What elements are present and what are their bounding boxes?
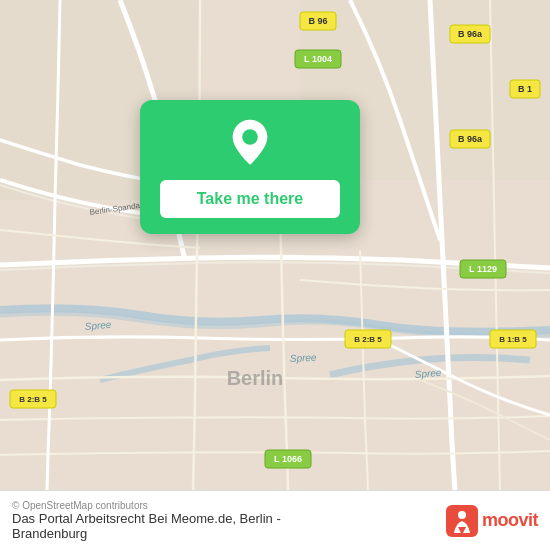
svg-text:Spree: Spree <box>290 352 318 364</box>
moovit-brand-icon <box>446 505 478 537</box>
location-card: Take me there <box>140 100 360 234</box>
svg-text:Spree: Spree <box>84 319 112 332</box>
location-pin-icon <box>224 118 276 170</box>
moovit-logo: moovit <box>446 505 538 537</box>
map-container: B 96 B 96a B 96a L 1004 L 1129 B 2:B 5 B… <box>0 0 550 490</box>
svg-text:B 2:B 5: B 2:B 5 <box>19 395 47 404</box>
svg-text:B 96: B 96 <box>308 16 327 26</box>
location-title: Das Portal Arbeitsrecht Bei Meome.de, Be… <box>12 511 281 541</box>
svg-text:B 1: B 1 <box>518 84 532 94</box>
svg-text:B 1:B 5: B 1:B 5 <box>499 335 527 344</box>
svg-text:Berlin: Berlin <box>227 367 284 389</box>
take-me-there-button[interactable]: Take me there <box>160 180 340 218</box>
svg-text:B 2:B 5: B 2:B 5 <box>354 335 382 344</box>
svg-text:L 1004: L 1004 <box>304 54 332 64</box>
footer-text-group: © OpenStreetMap contributors Das Portal … <box>12 500 281 541</box>
svg-text:L 1066: L 1066 <box>274 454 302 464</box>
footer: © OpenStreetMap contributors Das Portal … <box>0 490 550 550</box>
osm-credit: © OpenStreetMap contributors <box>12 500 281 511</box>
svg-text:B 96a: B 96a <box>458 134 483 144</box>
svg-text:B 96a: B 96a <box>458 29 483 39</box>
svg-text:Spree: Spree <box>414 367 442 380</box>
svg-point-31 <box>458 511 466 519</box>
svg-text:L 1129: L 1129 <box>469 264 497 274</box>
svg-point-29 <box>242 129 258 145</box>
moovit-brand-text: moovit <box>482 510 538 531</box>
